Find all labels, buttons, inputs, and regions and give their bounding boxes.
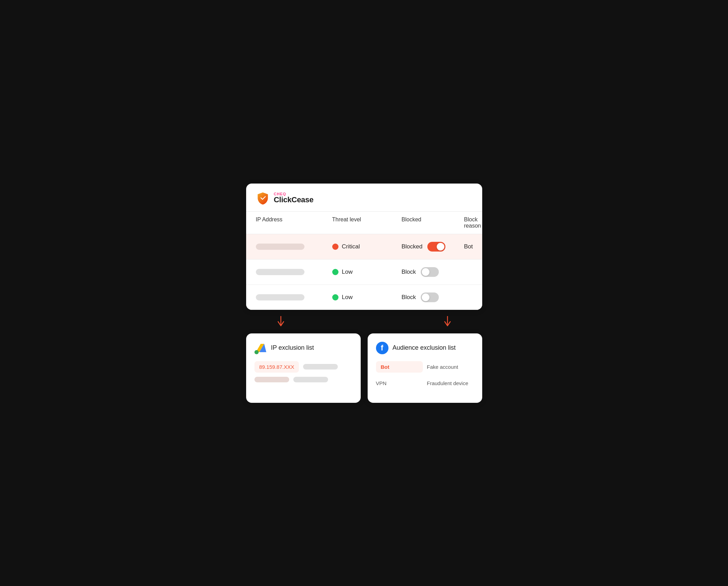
ip-placeholder-bar <box>256 269 304 275</box>
toggle-knob <box>422 294 429 301</box>
exclusion-row-1: 89.159.87.XXX <box>254 361 352 373</box>
ip-placeholder-2 <box>303 364 338 370</box>
audience-rows: Bot Fake account VPN Fraudulent device <box>376 361 474 389</box>
toggle-knob <box>437 243 444 250</box>
blocked-label: Block <box>402 294 416 301</box>
threat-dot-critical <box>332 244 338 250</box>
blocked-cell: Blocked <box>402 242 464 252</box>
ip-address-cell <box>256 269 332 275</box>
blocked-label: Block <box>402 269 416 275</box>
header-threat-level: Threat level <box>332 216 402 229</box>
ip-exclusion-header: IP exclusion list <box>254 342 352 354</box>
ip-placeholder-4 <box>293 377 328 382</box>
ip-placeholder-3 <box>254 377 289 382</box>
audience-row-1: Bot Fake account <box>376 361 474 373</box>
table-row: Low Block <box>246 285 482 310</box>
toggle-knob <box>422 268 429 276</box>
block-toggle[interactable] <box>421 267 439 277</box>
blocked-label: Blocked <box>402 243 422 250</box>
exclusion-row-2 <box>254 377 352 382</box>
header-ip-address: IP Address <box>256 216 332 229</box>
header-blocked: Blocked <box>402 216 464 229</box>
arrows-row <box>246 310 482 327</box>
bottom-cards: IP exclusion list 89.159.87.XXX f Audien… <box>246 327 482 403</box>
ip-placeholder-bar <box>256 294 304 300</box>
audience-row-2: VPN Fraudulent device <box>376 377 474 389</box>
audience-vpn-label: VPN <box>376 377 423 389</box>
header-block-reason: Block reason <box>464 216 481 229</box>
threat-label: Critical <box>342 243 360 250</box>
facebook-icon: f <box>376 342 388 354</box>
audience-bot-tag: Bot <box>376 361 423 373</box>
threat-dot-low <box>332 269 338 275</box>
block-toggle[interactable] <box>421 292 439 302</box>
ip-tag: 89.159.87.XXX <box>254 361 299 373</box>
ip-address-cell <box>256 244 332 250</box>
audience-exclusion-card: f Audience exclusion list Bot Fake accou… <box>368 333 482 403</box>
table-row: Critical Blocked Bot <box>246 234 482 260</box>
table-headers: IP Address Threat level Blocked Block re… <box>246 212 482 234</box>
arrow-down-right <box>364 316 472 327</box>
svg-point-2 <box>254 350 259 354</box>
table-card: CHEQ ClickCease IP Address Threat level … <box>246 184 482 310</box>
block-reason-cell: Bot <box>464 243 473 250</box>
table-row: Low Block <box>246 260 482 285</box>
main-container: CHEQ ClickCease IP Address Threat level … <box>246 184 482 403</box>
threat-dot-low <box>332 294 338 300</box>
threat-level-cell: Low <box>332 269 402 275</box>
threat-level-cell: Low <box>332 294 402 301</box>
ip-exclusion-card: IP exclusion list 89.159.87.XXX <box>246 333 361 403</box>
exclusion-rows: 89.159.87.XXX <box>254 361 352 382</box>
threat-label: Low <box>342 294 353 301</box>
threat-label: Low <box>342 269 353 275</box>
cheq-logo-icon <box>256 191 270 205</box>
logo-text: CHEQ ClickCease <box>274 192 313 204</box>
audience-fraudulent-label: Fraudulent device <box>427 377 474 389</box>
blocked-cell: Block <box>402 292 464 302</box>
google-ads-icon <box>254 342 267 354</box>
audience-exclusion-title: Audience exclusion list <box>393 344 456 351</box>
logo-header: CHEQ ClickCease <box>246 184 482 212</box>
threat-level-cell: Critical <box>332 243 402 250</box>
ip-exclusion-title: IP exclusion list <box>271 344 314 351</box>
block-toggle[interactable] <box>427 242 445 252</box>
audience-fake-label: Fake account <box>427 361 474 373</box>
clickcease-label: ClickCease <box>274 196 313 204</box>
arrow-down-left <box>256 316 364 327</box>
ip-address-cell <box>256 294 332 300</box>
audience-exclusion-header: f Audience exclusion list <box>376 342 474 354</box>
ip-placeholder-bar <box>256 244 304 250</box>
blocked-cell: Block <box>402 267 464 277</box>
